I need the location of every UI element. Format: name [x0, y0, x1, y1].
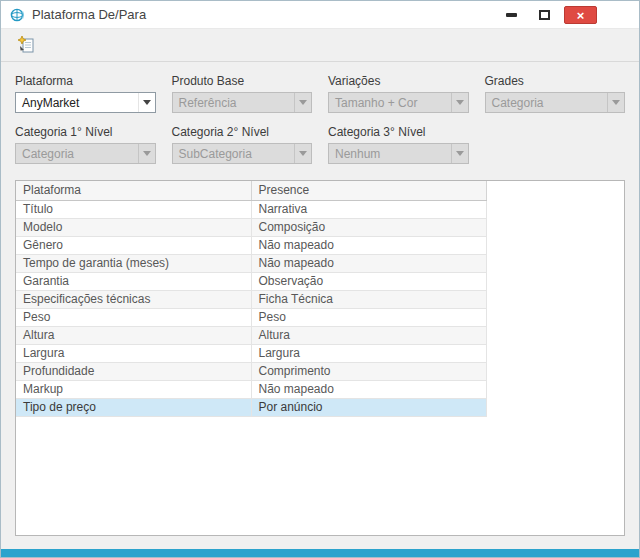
table-cell[interactable]: Largura: [16, 344, 251, 362]
globe-sync-icon: [9, 7, 25, 23]
field-produto-base: Produto Base Referência: [172, 74, 313, 113]
table-row[interactable]: PesoPeso: [16, 308, 486, 326]
table-row[interactable]: TítuloNarrativa: [16, 200, 486, 218]
table-row[interactable]: AlturaAltura: [16, 326, 486, 344]
categoria-1-nivel-label: Categoria 1° Nível: [15, 125, 156, 139]
maximize-icon: [539, 10, 550, 20]
table-cell[interactable]: Peso: [16, 308, 251, 326]
table-cell[interactable]: Peso: [251, 308, 486, 326]
categoria-3-nivel-combobox: Nenhum: [328, 143, 469, 164]
table-cell[interactable]: Composição: [251, 218, 486, 236]
column-header-presence[interactable]: Presence: [251, 181, 486, 200]
table-cell[interactable]: Por anúncio: [251, 398, 486, 416]
table-cell[interactable]: Gênero: [16, 236, 251, 254]
table-cell[interactable]: Comprimento: [251, 362, 486, 380]
new-document-sparkle-icon: [17, 35, 35, 56]
table-cell[interactable]: Profundidade: [16, 362, 251, 380]
chevron-down-icon: [294, 144, 311, 163]
table-row[interactable]: Tempo de garantia (meses)Não mapeado: [16, 254, 486, 272]
toolbar: [1, 29, 639, 61]
variacoes-combobox: Tamanho + Cor: [328, 92, 469, 113]
produto-base-combobox: Referência: [172, 92, 313, 113]
grades-value: Categoria: [486, 93, 608, 112]
mapping-grid: Plataforma Presence TítuloNarrativaModel…: [15, 180, 625, 536]
maximize-button[interactable]: [531, 6, 557, 24]
table-cell[interactable]: Garantia: [16, 272, 251, 290]
table-row[interactable]: Tipo de preçoPor anúncio: [16, 398, 486, 416]
grades-label: Grades: [485, 74, 626, 88]
window-controls: ×: [498, 6, 597, 24]
close-button[interactable]: ×: [564, 6, 597, 24]
table-cell[interactable]: Narrativa: [251, 200, 486, 218]
grades-combobox: Categoria: [485, 92, 626, 113]
table-row[interactable]: GêneroNão mapeado: [16, 236, 486, 254]
categoria-2-nivel-label: Categoria 2° Nível: [172, 125, 313, 139]
categoria-2-nivel-combobox: SubCategoria: [172, 143, 313, 164]
minimize-button[interactable]: [498, 6, 524, 24]
mapping-table: Plataforma Presence TítuloNarrativaModel…: [16, 181, 487, 417]
categoria-3-nivel-value: Nenhum: [329, 144, 451, 163]
field-variacoes: Variações Tamanho + Cor: [328, 74, 469, 113]
table-cell[interactable]: Modelo: [16, 218, 251, 236]
mapping-form: Plataforma AnyMarket Produto Base Referê…: [1, 62, 639, 164]
dialog-window: Plataforma De/Para ×: [0, 0, 640, 558]
bottom-accent-strip: [1, 549, 639, 557]
categoria-2-nivel-value: SubCategoria: [173, 144, 295, 163]
minimize-icon: [506, 13, 517, 17]
chevron-down-icon: [294, 93, 311, 112]
table-cell[interactable]: Markup: [16, 380, 251, 398]
table-row[interactable]: ProfundidadeComprimento: [16, 362, 486, 380]
variacoes-label: Variações: [328, 74, 469, 88]
field-categoria-3-nivel: Categoria 3° Nível Nenhum: [328, 125, 469, 164]
chevron-down-icon: [138, 93, 155, 112]
variacoes-value: Tamanho + Cor: [329, 93, 451, 112]
table-cell[interactable]: Não mapeado: [251, 254, 486, 272]
table-cell[interactable]: Tempo de garantia (meses): [16, 254, 251, 272]
chevron-down-icon: [138, 144, 155, 163]
plataforma-label: Plataforma: [15, 74, 156, 88]
field-categoria-1-nivel: Categoria 1° Nível Categoria: [15, 125, 156, 164]
table-header-row: Plataforma Presence: [16, 181, 486, 200]
categoria-3-nivel-label: Categoria 3° Nível: [328, 125, 469, 139]
titlebar: Plataforma De/Para ×: [1, 1, 639, 29]
table-cell[interactable]: Não mapeado: [251, 380, 486, 398]
table-cell[interactable]: Altura: [16, 326, 251, 344]
table-row[interactable]: Especificações técnicasFicha Técnica: [16, 290, 486, 308]
table-cell[interactable]: Largura: [251, 344, 486, 362]
field-plataforma: Plataforma AnyMarket: [15, 74, 156, 113]
new-mapping-button[interactable]: [14, 33, 38, 57]
window-title: Plataforma De/Para: [32, 7, 146, 22]
table-cell[interactable]: Não mapeado: [251, 236, 486, 254]
categoria-1-nivel-combobox: Categoria: [15, 143, 156, 164]
table-cell[interactable]: Ficha Técnica: [251, 290, 486, 308]
field-grades: Grades Categoria: [485, 74, 626, 113]
table-cell[interactable]: Observação: [251, 272, 486, 290]
table-cell[interactable]: Título: [16, 200, 251, 218]
table-cell[interactable]: Altura: [251, 326, 486, 344]
table-row[interactable]: ModeloComposição: [16, 218, 486, 236]
chevron-down-icon: [451, 93, 468, 112]
close-icon: ×: [577, 9, 585, 22]
column-header-plataforma[interactable]: Plataforma: [16, 181, 251, 200]
plataforma-combobox[interactable]: AnyMarket: [15, 92, 156, 113]
table-row[interactable]: LarguraLargura: [16, 344, 486, 362]
plataforma-value: AnyMarket: [16, 93, 138, 112]
table-row[interactable]: MarkupNão mapeado: [16, 380, 486, 398]
chevron-down-icon: [607, 93, 624, 112]
mapping-table-body: TítuloNarrativaModeloComposiçãoGêneroNão…: [16, 200, 486, 416]
table-cell[interactable]: Especificações técnicas: [16, 290, 251, 308]
table-cell[interactable]: Tipo de preço: [16, 398, 251, 416]
table-row[interactable]: GarantiaObservação: [16, 272, 486, 290]
produto-base-label: Produto Base: [172, 74, 313, 88]
produto-base-value: Referência: [173, 93, 295, 112]
field-categoria-2-nivel: Categoria 2° Nível SubCategoria: [172, 125, 313, 164]
categoria-1-nivel-value: Categoria: [16, 144, 138, 163]
chevron-down-icon: [451, 144, 468, 163]
